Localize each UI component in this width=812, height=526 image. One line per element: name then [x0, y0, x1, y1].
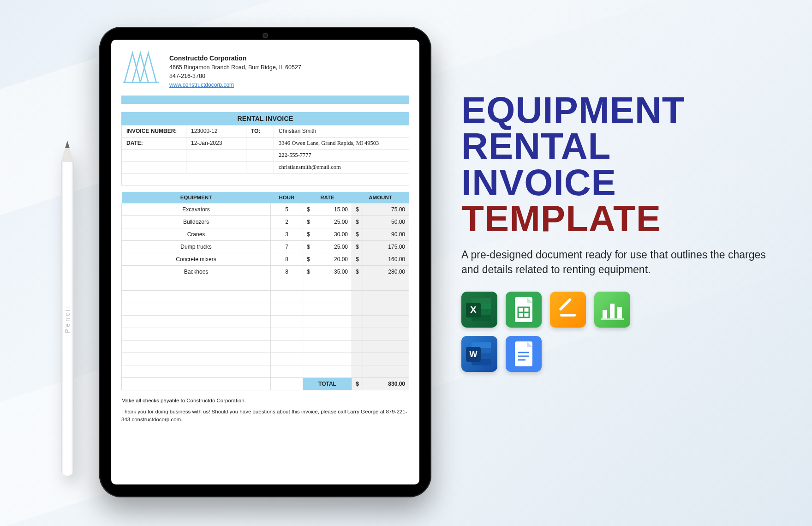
- excel-icon: X: [461, 292, 497, 328]
- table-row: Bulldozers2$25.00$50.00: [122, 216, 409, 228]
- table-row: Cranes3$30.00$90.00: [122, 228, 409, 241]
- cell-hour: 8: [271, 266, 303, 278]
- invoice-meta-grid: INVOICE NUMBER: 123000-12 TO: Christian …: [121, 125, 409, 173]
- cell-rate-currency: $: [303, 241, 314, 253]
- cell-rate: 25.00: [314, 216, 352, 228]
- title-line-3: INVOICE: [461, 165, 780, 201]
- app-icon-row: X W: [461, 292, 655, 372]
- table-row-empty: [122, 353, 409, 365]
- google-docs-icon: [506, 336, 542, 372]
- table-row: Excavators5$15.00$75.00: [122, 203, 409, 216]
- company-logo-icon: [121, 50, 161, 83]
- cell-amount-currency: $: [352, 203, 363, 216]
- company-website-link[interactable]: www.constructdocorp.com: [169, 82, 234, 88]
- cell-equipment: Bulldozers: [122, 216, 271, 228]
- title-line-2: RENTAL: [461, 128, 780, 164]
- table-row: Concrete mixers8$20.00$160.00: [122, 253, 409, 266]
- cell-equipment: Cranes: [122, 228, 271, 241]
- label-invoice-number: INVOICE NUMBER:: [122, 126, 186, 137]
- decorative-bar: [121, 96, 409, 104]
- table-row-empty: [122, 365, 409, 378]
- col-rate: RATE: [303, 192, 352, 203]
- company-address: 4665 Bingamon Branch Road, Burr Ridge, I…: [169, 63, 301, 72]
- cell-amount: 280.00: [363, 266, 409, 278]
- tablet-frame: Constructdo Corporation 4665 Bingamon Br…: [99, 27, 431, 497]
- section-title: RENTAL INVOICE: [121, 112, 409, 125]
- invoice-notes: Make all checks payable to Constructdo C…: [121, 397, 409, 424]
- svg-text:W: W: [470, 350, 478, 359]
- google-sheets-icon: [506, 292, 542, 328]
- company-name: Constructdo Corporation: [169, 54, 301, 63]
- title-line-4: TEMPLATE: [461, 201, 780, 237]
- billto-phone: 222-555-7777: [274, 149, 409, 161]
- table-row-empty: [122, 278, 409, 291]
- cell-rate-currency: $: [303, 203, 314, 216]
- word-icon: W: [461, 336, 497, 372]
- cell-amount: 160.00: [363, 253, 409, 266]
- cell-hour: 8: [271, 253, 303, 266]
- table-row-empty: [122, 316, 409, 328]
- billto-name: Christian Smith: [274, 126, 409, 137]
- total-label: TOTAL: [303, 378, 352, 390]
- note-thanks: Thank you for doing business with us! Sh…: [121, 408, 409, 424]
- cell-rate: 15.00: [314, 203, 352, 216]
- billto-email: christiansmith@email.com: [274, 161, 409, 173]
- cell-amount-currency: $: [352, 216, 363, 228]
- cell-amount: 90.00: [363, 228, 409, 241]
- camera-icon: [263, 33, 268, 38]
- cell-equipment: Dump trucks: [122, 241, 271, 253]
- cell-equipment: Excavators: [122, 203, 271, 216]
- cell-equipment: Backhoes: [122, 266, 271, 278]
- cell-rate-currency: $: [303, 228, 314, 241]
- cell-hour: 2: [271, 216, 303, 228]
- cell-rate-currency: $: [303, 216, 314, 228]
- svg-rect-15: [601, 318, 624, 320]
- cell-rate-currency: $: [303, 266, 314, 278]
- total-currency: $: [352, 378, 363, 390]
- cell-amount: 175.00: [363, 241, 409, 253]
- col-equipment: EQUIPMENT: [122, 192, 271, 203]
- note-payable: Make all checks payable to Constructdo C…: [121, 397, 409, 405]
- table-row-empty: [122, 291, 409, 303]
- cell-equipment: Concrete mixers: [122, 253, 271, 266]
- invoice-document: Constructdo Corporation 4665 Bingamon Br…: [111, 40, 419, 484]
- cell-amount-currency: $: [352, 266, 363, 278]
- hero-description: A pre-designed document ready for use th…: [461, 247, 780, 277]
- table-row: Backhoes8$35.00$280.00: [122, 266, 409, 278]
- cell-amount-currency: $: [352, 228, 363, 241]
- svg-rect-10: [560, 314, 576, 317]
- col-hour: HOUR: [271, 192, 303, 203]
- hero-panel: EQUIPMENT RENTAL INVOICE TEMPLATE A pre-…: [461, 92, 780, 372]
- table-row-empty: [122, 303, 409, 316]
- svg-rect-12: [603, 310, 607, 318]
- cell-hour: 5: [271, 203, 303, 216]
- line-items-table: EQUIPMENT HOUR RATE AMOUNT Excavators5$1…: [121, 192, 409, 390]
- cell-rate: 35.00: [314, 266, 352, 278]
- label-date: DATE:: [122, 137, 186, 149]
- svg-rect-14: [617, 307, 622, 318]
- hero-title: EQUIPMENT RENTAL INVOICE TEMPLATE: [461, 92, 780, 237]
- cell-rate: 30.00: [314, 228, 352, 241]
- table-row: Dump trucks7$25.00$175.00: [122, 241, 409, 253]
- cell-amount-currency: $: [352, 253, 363, 266]
- cell-amount-currency: $: [352, 241, 363, 253]
- pencil-label: Pencil: [64, 305, 71, 333]
- apple-numbers-icon: [594, 292, 630, 328]
- cell-amount: 75.00: [363, 203, 409, 216]
- cell-amount: 50.00: [363, 216, 409, 228]
- value-invoice-number: 123000-12: [186, 126, 246, 137]
- apple-pages-icon: [550, 292, 586, 328]
- svg-rect-11: [559, 298, 572, 311]
- col-amount: AMOUNT: [352, 192, 409, 203]
- company-phone: 847-216-3780: [169, 72, 301, 81]
- title-line-1: EQUIPMENT: [461, 92, 780, 128]
- label-to: TO:: [246, 126, 274, 137]
- value-date: 12-Jan-2023: [186, 137, 246, 149]
- billto-address: 3346 Owen Lane, Grand Rapids, MI 49503: [274, 137, 409, 149]
- cell-hour: 7: [271, 241, 303, 253]
- svg-rect-13: [610, 304, 615, 318]
- cell-rate: 20.00: [314, 253, 352, 266]
- table-row-empty: [122, 341, 409, 353]
- total-amount: 830.00: [363, 378, 409, 390]
- total-row: TOTAL $ 830.00: [122, 378, 409, 390]
